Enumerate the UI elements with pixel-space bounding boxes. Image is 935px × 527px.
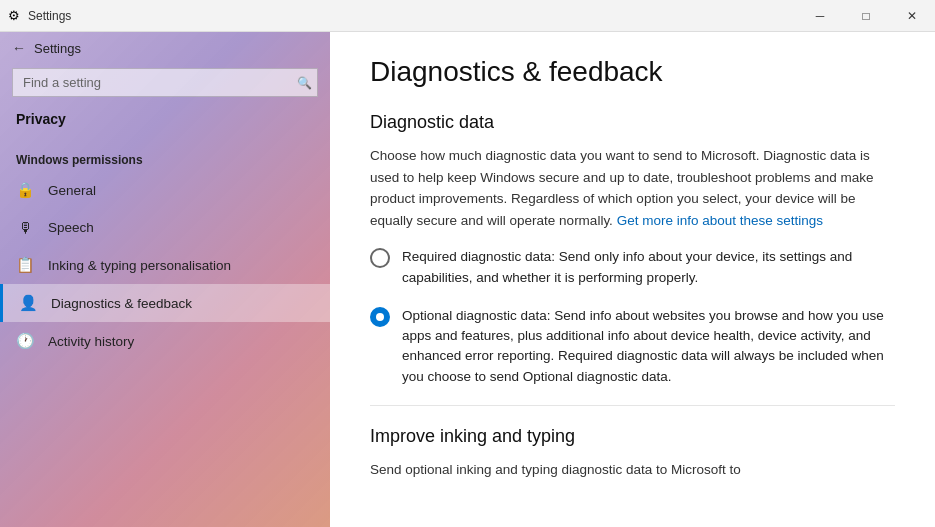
- speech-icon: 🎙: [16, 219, 34, 236]
- sidebar-item-diagnostics[interactable]: 👤 Diagnostics & feedback: [0, 284, 330, 322]
- diagnostic-data-description: Choose how much diagnostic data you want…: [370, 145, 895, 231]
- inking-icon: 📋: [16, 256, 34, 274]
- windows-permissions-label: Windows permissions: [0, 145, 330, 171]
- back-arrow-icon: ←: [12, 40, 26, 56]
- lock-icon: 🔒: [16, 181, 34, 199]
- diagnostics-icon: 👤: [19, 294, 37, 312]
- nav-label-diagnostics: Diagnostics & feedback: [51, 296, 192, 311]
- title-bar-title: Settings: [28, 9, 71, 23]
- nav-label-inking: Inking & typing personalisation: [48, 258, 231, 273]
- sidebar-item-general[interactable]: 🔒 General: [0, 171, 330, 209]
- optional-radio-button[interactable]: [370, 307, 390, 327]
- maximize-button[interactable]: □: [843, 0, 889, 32]
- section-divider: [370, 405, 895, 406]
- page-title: Diagnostics & feedback: [370, 56, 895, 88]
- improve-inking-description: Send optional inking and typing diagnost…: [370, 459, 895, 481]
- nav-label-speech: Speech: [48, 220, 94, 235]
- nav-label-general: General: [48, 183, 96, 198]
- minimize-button[interactable]: ─: [797, 0, 843, 32]
- main-panel: Diagnostics & feedback Diagnostic data C…: [330, 32, 935, 527]
- app-title-label: Settings: [34, 41, 81, 56]
- activity-icon: 🕐: [16, 332, 34, 350]
- sidebar-item-activity[interactable]: 🕐 Activity history: [0, 322, 330, 360]
- sidebar-item-inking[interactable]: 📋 Inking & typing personalisation: [0, 246, 330, 284]
- search-container: 🔍: [12, 68, 318, 97]
- title-bar: ⚙ Settings ─ □ ✕: [0, 0, 935, 32]
- nav-label-activity: Activity history: [48, 334, 134, 349]
- settings-icon: ⚙: [8, 8, 20, 23]
- sidebar: ← Settings 🔍 Privacy Windows permissions…: [0, 32, 330, 527]
- close-button[interactable]: ✕: [889, 0, 935, 32]
- improve-inking-title: Improve inking and typing: [370, 426, 895, 447]
- optional-data-label: Optional diagnostic data: Send info abou…: [402, 306, 895, 387]
- title-bar-controls: ─ □ ✕: [797, 0, 935, 32]
- search-icon: 🔍: [297, 76, 312, 90]
- optional-data-option[interactable]: Optional diagnostic data: Send info abou…: [370, 306, 895, 387]
- required-data-option[interactable]: Required diagnostic data: Send only info…: [370, 247, 895, 288]
- more-info-link[interactable]: Get more info about these settings: [617, 213, 823, 228]
- search-input[interactable]: [12, 68, 318, 97]
- back-button[interactable]: ← Settings: [0, 32, 330, 64]
- title-bar-left: ⚙ Settings: [8, 8, 71, 23]
- required-data-label: Required diagnostic data: Send only info…: [402, 247, 895, 288]
- app-body: ← Settings 🔍 Privacy Windows permissions…: [0, 32, 935, 527]
- privacy-header: Privacy: [0, 105, 330, 133]
- required-radio-button[interactable]: [370, 248, 390, 268]
- diagnostic-data-title: Diagnostic data: [370, 112, 895, 133]
- sidebar-item-speech[interactable]: 🎙 Speech: [0, 209, 330, 246]
